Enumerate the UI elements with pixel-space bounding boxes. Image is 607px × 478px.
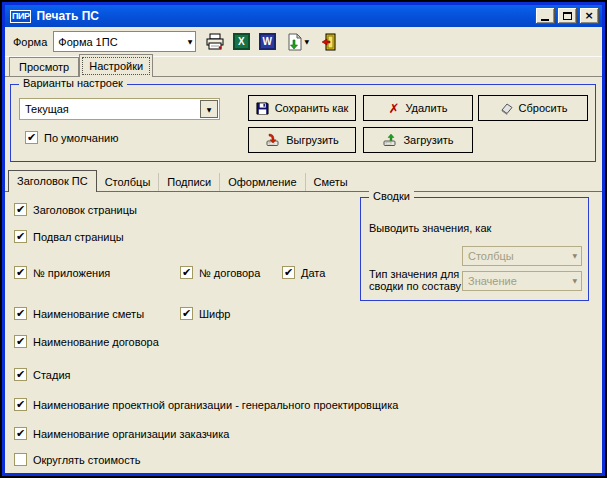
delete-x-icon: ✗ bbox=[389, 102, 400, 115]
checkbox-label: Заголовок страницы bbox=[33, 204, 137, 216]
checkbox-box: ✔ bbox=[14, 307, 27, 320]
import-button[interactable]: Загрузить bbox=[363, 127, 473, 153]
delete-button[interactable]: ✗ Удалить bbox=[363, 95, 473, 121]
checkbox-box: ✔ bbox=[14, 368, 27, 381]
titlebar[interactable]: ПИР Печать ПС × bbox=[5, 5, 602, 27]
word-icon: W bbox=[259, 33, 276, 50]
checkbox-date[interactable]: ✔ Дата bbox=[282, 266, 325, 279]
checkbox-label: Наименование сметы bbox=[33, 308, 144, 320]
checkbox-designer-org-name[interactable]: ✔ Наименование проектной организации - г… bbox=[14, 398, 398, 411]
tab-signatures-label: Подписи bbox=[167, 176, 211, 188]
chevron-down-icon: ▼ bbox=[200, 100, 218, 118]
checkbox-page-footer[interactable]: ✔ Подвал страницы bbox=[14, 230, 124, 243]
checkbox-label: Округлять стоимость bbox=[33, 454, 140, 466]
maximize-button[interactable] bbox=[557, 7, 577, 24]
checkbox-box bbox=[14, 453, 27, 466]
tab-appearance[interactable]: Оформление bbox=[219, 173, 304, 191]
form-combobox[interactable]: Форма 1ПС ▼ bbox=[53, 31, 196, 52]
value-type-value: Значение bbox=[468, 275, 517, 287]
chevron-down-icon: ▼ bbox=[572, 277, 577, 284]
tab-estimates-label: Сметы bbox=[314, 176, 348, 188]
form-combobox-value: Форма 1ПС bbox=[58, 36, 117, 48]
excel-icon: X bbox=[233, 33, 250, 50]
checkbox-customer-org-name[interactable]: ✔ Наименование организации заказчика bbox=[14, 427, 229, 440]
reset-label: Сбросить bbox=[519, 102, 568, 114]
tab-preview-label: Просмотр bbox=[19, 61, 69, 73]
tab-columns[interactable]: Столбцы bbox=[97, 173, 159, 191]
checkbox-contract-number[interactable]: ✔ № договора bbox=[180, 266, 260, 279]
checkbox-contract-name[interactable]: ✔ Наименование договора bbox=[14, 335, 159, 348]
tab-signatures[interactable]: Подписи bbox=[158, 173, 219, 191]
checkbox-round-cost[interactable]: Округлять стоимость bbox=[14, 453, 140, 466]
window-frame: ПИР Печать ПС × Форма Форма 1ПС ▼ bbox=[2, 2, 605, 476]
tab-estimates[interactable]: Сметы bbox=[305, 173, 356, 191]
print-ps-dialog: ПИР Печать ПС × Форма Форма 1ПС ▼ bbox=[0, 0, 607, 478]
tab-columns-label: Столбцы bbox=[105, 176, 151, 188]
delete-label: Удалить bbox=[405, 102, 447, 114]
export-file-icon bbox=[287, 33, 303, 51]
exit-door-icon bbox=[321, 33, 337, 51]
tab-settings[interactable]: Настройки bbox=[79, 54, 153, 77]
checkbox-box: ✔ bbox=[14, 230, 27, 243]
checkbox-estimate-name[interactable]: ✔ Наименование сметы bbox=[14, 307, 144, 320]
checkbox-box: ✔ bbox=[180, 307, 193, 320]
minimize-button[interactable] bbox=[535, 7, 555, 24]
checkbox-cipher[interactable]: ✔ Шифр bbox=[180, 307, 230, 320]
checkbox-label: Наименование договора bbox=[33, 336, 159, 348]
checkbox-box: ✔ bbox=[282, 266, 295, 279]
export-label: Выгрузить bbox=[286, 134, 339, 146]
checkbox-box: ✔ bbox=[25, 131, 38, 144]
checkbox-label: По умолчанию bbox=[44, 132, 118, 144]
form-label: Форма bbox=[13, 36, 47, 48]
checkbox-box: ✔ bbox=[14, 266, 27, 279]
variant-combobox[interactable]: Текущая ▼ bbox=[19, 98, 220, 120]
export-excel-button[interactable]: X bbox=[230, 32, 252, 52]
maximize-icon bbox=[563, 12, 572, 20]
checkbox-label: Подвал страницы bbox=[33, 231, 124, 243]
main-tabstrip: Просмотр Настройки bbox=[5, 54, 602, 77]
checkbox-label: Наименование организации заказчика bbox=[33, 428, 229, 440]
variants-group-title: Варианты настроек bbox=[19, 77, 127, 89]
export-word-button[interactable]: W bbox=[256, 32, 278, 52]
save-as-label: Сохранить как bbox=[275, 102, 349, 114]
chevron-down-icon: ▼ bbox=[572, 252, 577, 259]
checkbox-stage[interactable]: ✔ Стадия bbox=[14, 368, 71, 381]
tab-preview[interactable]: Просмотр bbox=[9, 57, 79, 76]
tab-header-ps-label: Заголовок ПС bbox=[17, 175, 88, 187]
export-file-button[interactable]: ▼ bbox=[282, 32, 314, 52]
reset-button[interactable]: Сбросить bbox=[478, 95, 588, 121]
close-icon: × bbox=[584, 10, 593, 21]
app-icon: ПИР bbox=[10, 10, 31, 23]
export-button[interactable]: Выгрузить bbox=[248, 127, 356, 153]
summaries-group-title: Сводки bbox=[369, 190, 414, 202]
tab-appearance-label: Оформление bbox=[228, 176, 296, 188]
variant-combobox-value: Текущая bbox=[25, 103, 69, 115]
checkbox-label: Шифр bbox=[199, 308, 230, 320]
close-button[interactable]: × bbox=[579, 7, 599, 24]
checkbox-label: № договора bbox=[199, 267, 260, 279]
printer-icon bbox=[205, 33, 225, 51]
tab-settings-label: Настройки bbox=[89, 60, 143, 72]
tab-header-ps[interactable]: Заголовок ПС bbox=[8, 170, 97, 192]
checkbox-page-header[interactable]: ✔ Заголовок страницы bbox=[14, 203, 137, 216]
checkbox-box: ✔ bbox=[14, 427, 27, 440]
value-type-combobox: Значение ▼ bbox=[462, 271, 582, 291]
toolbar: Форма Форма 1ПС ▼ X W bbox=[5, 27, 602, 57]
checkbox-label: Стадия bbox=[33, 369, 71, 381]
minimize-icon bbox=[541, 19, 549, 21]
eraser-icon bbox=[499, 102, 513, 115]
checkbox-box: ✔ bbox=[14, 203, 27, 216]
chevron-down-icon: ▼ bbox=[304, 38, 309, 45]
checkbox-default[interactable]: ✔ По умолчанию bbox=[25, 131, 118, 144]
chevron-down-icon: ▼ bbox=[188, 38, 193, 45]
output-values-value: Столбцы bbox=[468, 250, 514, 262]
checkbox-label: Наименование проектной организации - ген… bbox=[33, 399, 398, 411]
checkbox-label: № приложения bbox=[33, 267, 110, 279]
checkbox-box: ✔ bbox=[14, 335, 27, 348]
print-button[interactable] bbox=[204, 32, 226, 52]
save-as-button[interactable]: Сохранить как bbox=[248, 95, 356, 121]
output-values-combobox: Столбцы ▼ bbox=[462, 246, 582, 266]
checkbox-appendix-number[interactable]: ✔ № приложения bbox=[14, 266, 110, 279]
settings-tabstrip: Заголовок ПС Столбцы Подписи Оформление … bbox=[5, 170, 602, 192]
exit-button[interactable] bbox=[318, 32, 340, 52]
